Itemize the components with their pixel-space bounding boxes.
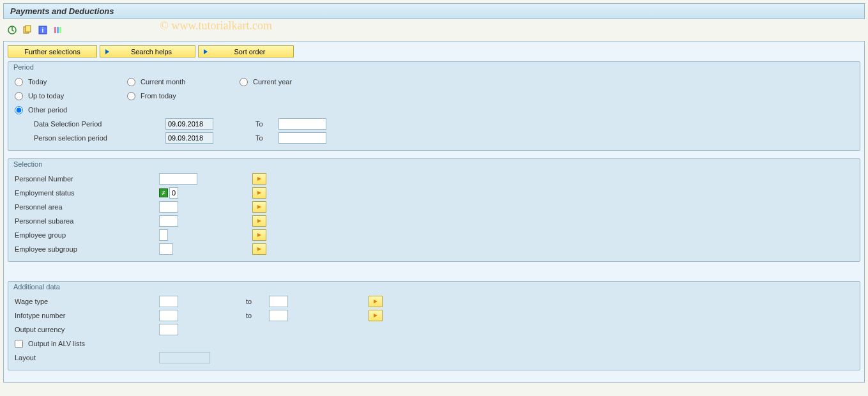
wage-type-label: Wage type <box>15 298 155 305</box>
arrow-right-icon <box>374 314 377 317</box>
personnel-subarea-multi-button[interactable] <box>252 215 266 227</box>
infotype-from-input[interactable] <box>159 310 178 321</box>
page-title: Payments and Deductions <box>3 3 865 19</box>
radio-up-to-today[interactable]: Up to today <box>15 92 123 100</box>
personnel-area-label: Personnel area <box>15 203 155 211</box>
svg-rect-2 <box>26 26 31 32</box>
arrow-right-icon <box>257 247 261 251</box>
wage-type-to-label: to <box>246 298 265 305</box>
additional-data-title: Additional data <box>13 283 60 291</box>
svg-rect-5 <box>54 27 56 33</box>
employee-subgroup-input[interactable] <box>159 243 173 255</box>
layout-label: Layout <box>15 354 155 362</box>
structure-icon[interactable] <box>52 24 64 36</box>
personnel-area-input[interactable] <box>159 201 178 213</box>
selection-group-title: Selection <box>13 160 42 168</box>
execute-icon[interactable] <box>6 24 18 36</box>
personnel-area-multi-button[interactable] <box>252 201 266 213</box>
sort-order-button[interactable]: Sort order <box>198 45 294 57</box>
radio-current-year[interactable]: Current year <box>240 78 348 86</box>
personnel-number-input[interactable] <box>159 173 197 185</box>
main-panel: Further selections Search helps Sort ord… <box>3 41 865 383</box>
radio-current-year-label: Current year <box>253 78 292 86</box>
arrow-right-icon <box>374 300 377 303</box>
arrow-right-icon <box>257 177 261 181</box>
arrow-right-icon <box>257 191 261 195</box>
employee-subgroup-multi-button[interactable] <box>252 243 266 255</box>
wage-type-to-input[interactable] <box>269 296 288 307</box>
employee-group-label: Employee group <box>15 231 155 239</box>
svg-rect-7 <box>59 27 61 33</box>
radio-current-month-label: Current month <box>141 78 185 86</box>
arrow-right-icon <box>257 233 261 237</box>
personnel-number-multi-button[interactable] <box>252 173 266 185</box>
data-selection-to-label: To <box>255 120 275 128</box>
personnel-subarea-input[interactable] <box>159 215 178 227</box>
variant-icon[interactable] <box>22 24 33 36</box>
person-selection-period-label: Person selection period <box>34 134 162 142</box>
radio-other-period[interactable]: Other period <box>15 106 123 114</box>
employee-group-multi-button[interactable] <box>252 229 266 241</box>
data-selection-from-input[interactable] <box>165 118 213 130</box>
selection-button-row: Further selections Search helps Sort ord… <box>8 45 860 57</box>
output-currency-label: Output currency <box>15 326 155 333</box>
person-selection-to-input[interactable] <box>278 132 326 144</box>
employment-status-multi-button[interactable] <box>252 187 266 199</box>
arrow-right-icon <box>105 49 109 54</box>
info-icon[interactable]: i <box>37 24 49 36</box>
not-equal-indicator-icon[interactable]: ≠ <box>159 188 168 197</box>
output-currency-input[interactable] <box>159 324 178 335</box>
infotype-to-label: to <box>246 312 265 319</box>
app-toolbar: i © www.tutorialkart.com <box>0 22 868 38</box>
radio-current-month[interactable]: Current month <box>127 78 236 86</box>
additional-data-group: Additional data Wage type to Infotype nu… <box>8 281 860 370</box>
data-selection-to-input[interactable] <box>278 118 326 130</box>
layout-input[interactable] <box>159 352 210 363</box>
infotype-to-input[interactable] <box>269 310 288 321</box>
radio-today[interactable]: Today <box>15 78 123 86</box>
arrow-right-icon <box>204 49 208 54</box>
data-selection-period-label: Data Selection Period <box>34 120 162 128</box>
radio-up-to-today-label: Up to today <box>28 92 64 100</box>
radio-other-period-label: Other period <box>28 106 67 114</box>
output-alv-checkbox[interactable]: Output in ALV lists <box>15 340 85 348</box>
person-selection-from-input[interactable] <box>165 132 213 144</box>
search-helps-label: Search helps <box>113 48 190 56</box>
arrow-right-icon <box>257 205 261 209</box>
personnel-number-label: Personnel Number <box>15 175 155 183</box>
watermark-text: © www.tutorialkart.com <box>160 19 272 33</box>
personnel-subarea-label: Personnel subarea <box>15 217 155 225</box>
person-selection-to-label: To <box>255 134 275 142</box>
search-helps-button[interactable]: Search helps <box>100 45 195 57</box>
employment-status-input[interactable] <box>169 187 178 199</box>
employee-group-input[interactable] <box>159 229 168 241</box>
infotype-number-label: Infotype number <box>15 312 155 319</box>
output-alv-label: Output in ALV lists <box>28 340 85 347</box>
infotype-multi-button[interactable] <box>369 310 383 321</box>
period-group: Period Today Current month Current year … <box>8 61 860 151</box>
svg-text:i: i <box>42 27 44 34</box>
radio-today-label: Today <box>28 78 47 86</box>
wage-type-multi-button[interactable] <box>369 296 383 307</box>
employment-status-label: Employment status <box>15 189 155 197</box>
employee-subgroup-label: Employee subgroup <box>15 245 155 253</box>
arrow-right-icon <box>257 219 261 223</box>
further-selections-button[interactable]: Further selections <box>8 45 97 57</box>
svg-rect-6 <box>57 27 59 33</box>
wage-type-from-input[interactable] <box>159 296 178 307</box>
radio-from-today-label: From today <box>141 92 176 100</box>
radio-from-today[interactable]: From today <box>127 92 236 100</box>
selection-group: Selection Personnel Number Employment st… <box>8 158 860 262</box>
sort-order-label: Sort order <box>211 48 288 56</box>
period-group-title: Period <box>13 63 34 71</box>
